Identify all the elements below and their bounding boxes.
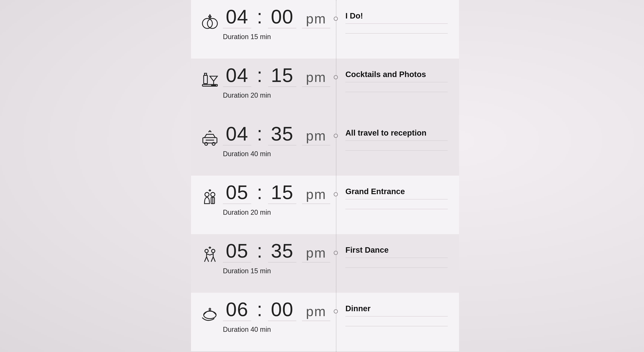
event-time-hour: 05	[223, 182, 251, 204]
timeline-event: 04:35pmDuration 40 minAll travel to rece…	[191, 117, 459, 176]
duration-value: 20 min	[250, 91, 271, 99]
event-title: All travel to reception	[346, 128, 448, 141]
event-time-row: 04:35pm	[223, 124, 330, 145]
event-time-hour: 04	[223, 7, 251, 28]
duration-value: 40 min	[250, 325, 271, 333]
event-time-hour: 04	[223, 124, 251, 145]
event-title: Cocktails and Photos	[346, 70, 448, 82]
duration-value: 20 min	[250, 208, 271, 216]
event-left: 05:15pmDuration 20 min	[191, 176, 336, 222]
event-time-row: 05:35pm	[223, 241, 330, 262]
duration-prefix: Duration	[223, 325, 248, 333]
event-left: 04:00pmDuration 15 min	[191, 0, 336, 47]
event-right: First Dance	[336, 234, 459, 273]
duration-value: 40 min	[250, 150, 271, 158]
event-duration: Duration 15 min	[223, 33, 330, 41]
timeline-marker	[334, 251, 338, 255]
event-underline	[346, 150, 448, 151]
event-time-ampm: pm	[302, 245, 330, 262]
time-colon: :	[257, 299, 262, 319]
event-underline	[346, 267, 448, 268]
event-time-wrap: 05:35pmDuration 15 min	[221, 241, 330, 275]
event-underline	[346, 326, 448, 326]
time-colon: :	[257, 124, 262, 144]
event-time-minute: 00	[268, 7, 296, 28]
timeline-event: 04:15pmDuration 20 minCocktails and Phot…	[191, 59, 459, 117]
event-title: I Do!	[346, 11, 448, 24]
event-time-wrap: 06:00pmDuration 40 min	[221, 299, 330, 333]
event-time-minute: 35	[268, 124, 296, 145]
svg-point-12	[211, 192, 215, 197]
event-left: 04:35pmDuration 40 min	[191, 117, 336, 164]
car-icon	[198, 124, 221, 148]
event-underline	[346, 92, 448, 92]
event-right: Dinner	[336, 293, 459, 332]
duration-prefix: Duration	[223, 208, 248, 216]
event-right: I Do!	[336, 0, 459, 39]
event-time-hour: 04	[223, 65, 251, 87]
event-time-wrap: 04:35pmDuration 40 min	[221, 124, 330, 158]
drinks-icon	[198, 65, 221, 90]
svg-rect-3	[204, 73, 206, 75]
event-time-row: 05:15pm	[223, 182, 330, 204]
timeline-event: 05:15pmDuration 20 minGrand Entrance	[191, 176, 459, 234]
svg-point-16	[212, 249, 215, 253]
dinner-icon	[198, 299, 221, 324]
duration-prefix: Duration	[223, 267, 248, 275]
event-time-minute: 00	[268, 299, 296, 321]
couple-icon	[198, 182, 221, 207]
event-left: 06:00pmDuration 40 min	[191, 293, 336, 339]
timeline-card: 04:00pmDuration 15 minI Do! 04:15pmDurat…	[191, 0, 459, 351]
event-time-row: 04:15pm	[223, 65, 330, 87]
event-title: Grand Entrance	[346, 187, 448, 199]
event-title: Dinner	[346, 304, 448, 316]
svg-point-11	[205, 192, 209, 197]
timeline-marker	[334, 17, 338, 21]
event-left: 05:35pmDuration 15 min	[191, 234, 336, 281]
event-duration: Duration 40 min	[223, 325, 330, 333]
event-time-row: 06:00pm	[223, 299, 330, 321]
event-duration: Duration 15 min	[223, 267, 330, 275]
event-duration: Duration 20 min	[223, 208, 330, 216]
event-time-ampm: pm	[302, 187, 330, 204]
dance-icon	[198, 241, 221, 265]
event-time-ampm: pm	[302, 70, 330, 87]
timeline-marker	[334, 75, 338, 79]
event-time-wrap: 04:00pmDuration 15 min	[221, 7, 330, 41]
time-colon: :	[257, 182, 262, 202]
svg-rect-2	[204, 75, 208, 84]
time-colon: :	[257, 7, 262, 27]
timeline-axis	[336, 0, 336, 352]
stage: 04:00pmDuration 15 minI Do! 04:15pmDurat…	[0, 0, 644, 352]
rings-icon	[198, 7, 221, 31]
event-time-ampm: pm	[302, 128, 330, 145]
event-time-minute: 35	[268, 241, 296, 262]
event-title: First Dance	[346, 245, 448, 258]
event-time-minute: 15	[268, 65, 296, 87]
duration-value: 15 min	[250, 267, 271, 275]
event-time-ampm: pm	[302, 304, 330, 321]
event-time-wrap: 05:15pmDuration 20 min	[221, 182, 330, 216]
event-underline	[346, 209, 448, 209]
event-time-hour: 05	[223, 241, 251, 262]
duration-value: 15 min	[250, 33, 271, 41]
event-time-wrap: 04:15pmDuration 20 min	[221, 65, 330, 99]
event-underline	[346, 33, 448, 34]
event-time-minute: 15	[268, 182, 296, 204]
duration-prefix: Duration	[223, 33, 248, 41]
timeline-marker	[334, 192, 338, 196]
timeline-marker	[334, 134, 338, 138]
event-time-hour: 06	[223, 299, 251, 321]
time-colon: :	[257, 241, 262, 261]
event-right: Grand Entrance	[336, 176, 459, 215]
svg-point-15	[205, 249, 208, 253]
event-time-row: 04:00pm	[223, 7, 330, 28]
duration-prefix: Duration	[223, 150, 248, 158]
event-duration: Duration 20 min	[223, 91, 330, 99]
duration-prefix: Duration	[223, 91, 248, 99]
timeline-marker	[334, 309, 338, 313]
event-duration: Duration 40 min	[223, 150, 330, 158]
timeline-event: 06:00pmDuration 40 minDinner	[191, 293, 459, 351]
event-right: All travel to reception	[336, 117, 459, 156]
time-colon: :	[257, 65, 262, 85]
